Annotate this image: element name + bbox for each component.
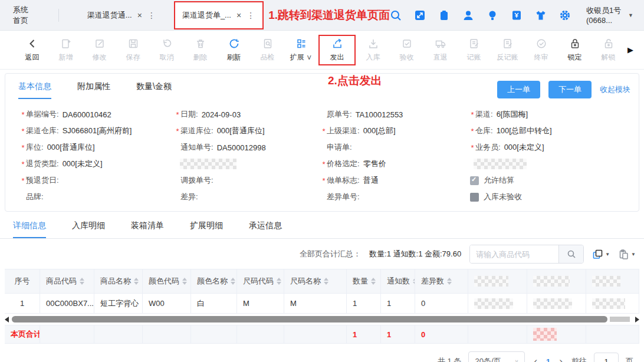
col-color-name[interactable]: 颜色名称 [191,269,237,293]
sort-icon[interactable] [134,278,139,285]
toolbar-quality-check-button[interactable]: 品检 [251,38,284,62]
scroll-right-icon[interactable] [635,317,639,322]
toolbar-extend-button[interactable]: 扩展 ∨ [284,38,318,62]
gear-icon[interactable] [559,9,571,21]
toolbar-lock-button[interactable]: 锁定 [558,38,592,62]
basic-info-form: *单据编号:DA600010462 *日期:2024-09-03 原单号:TA1… [5,99,639,206]
current-page[interactable]: 1 [546,357,550,362]
cell-product-code: 00C000BX7... [40,294,94,314]
tab-inbound-detail[interactable]: 入库明细 [72,221,105,238]
prev-order-button[interactable]: 上一单 [497,81,540,98]
tab-packing-list[interactable]: 装箱清单 [131,221,164,238]
tab-system-home[interactable]: 系统首页 [13,5,34,26]
sort-icon[interactable] [277,278,281,285]
page-total-row: 本页合计 1 1 0 [5,325,639,344]
sort-icon[interactable] [231,278,235,285]
user-menu[interactable]: 收银员1号(0668... ▼ [586,5,633,25]
more-icon[interactable]: ⋮ [147,11,156,20]
field-return-type: *退货类型:000[未定义] [21,156,175,172]
toolbar-edit-button[interactable]: 修改 [83,38,116,62]
top-icon-group [390,9,571,21]
toolbar-unlock-button[interactable]: 解锁 [592,38,625,62]
tab-quantity-amount[interactable]: 数量\金额 [136,81,172,99]
clipboard-icon[interactable] [438,9,450,21]
col-diff-count[interactable]: 差异数 [415,269,468,293]
user-icon[interactable] [462,9,474,21]
more-icon[interactable]: ⋮ [247,11,255,20]
inbound-unverified-checkbox[interactable] [470,193,479,202]
field-transfer-number: 调拨单号: [175,172,321,189]
prev-page-button[interactable]: ‹ [532,356,539,362]
next-order-button[interactable]: 下一单 [548,81,592,98]
sort-icon[interactable] [371,278,376,285]
field-brand: 品牌: [21,189,175,205]
unlock-icon [603,38,615,50]
close-icon[interactable]: × [236,11,241,20]
col-product-code[interactable]: 商品代码 [40,269,94,293]
col-quantity[interactable]: 数量 [347,269,381,293]
toolbar-cancel-button[interactable]: 取消 [150,38,183,62]
cell-seq: 1 [5,294,40,314]
tab-detail-info[interactable]: 详细信息 [13,221,46,238]
toolbar-new-button[interactable]: 新增 [49,38,83,62]
module-controls: 上一单 下一单 收起模块 [497,81,630,98]
toolbar-delete-button[interactable]: 删除 [183,38,217,62]
tab-channel-return-notice[interactable]: 渠道退货通... × ⋮ [80,0,163,31]
goto-page-input[interactable] [594,353,619,362]
toolbar-accept-button[interactable]: 验收 [390,38,423,62]
table-row[interactable]: 1 00C000BX7... 短工字背心 W00 白 M M 1 1 0 [5,294,639,314]
redacted-blur [533,298,572,309]
tab-label: 渠道退货单_... [182,10,231,21]
total-redacted [527,325,586,343]
col-product-name[interactable]: 商品名称 [94,269,143,293]
col-color-code[interactable]: 颜色代码 [143,269,191,293]
tab-extra-attributes[interactable]: 附加属性 [77,81,110,99]
fullscreen-icon[interactable] [414,9,426,21]
allow-settlement-checkbox[interactable] [470,176,479,185]
tab-basic-info[interactable]: 基本信息 [18,81,51,99]
sort-icon[interactable] [80,278,84,285]
next-page-button[interactable]: › [557,356,564,362]
sort-icon[interactable] [324,278,328,285]
toolbar-account-button[interactable]: 记账 [457,38,491,62]
chevron-down-icon: ▼ [628,12,633,18]
tab-extend-detail[interactable]: 扩展明细 [190,221,223,238]
close-icon[interactable]: × [137,11,142,20]
col-notify-count[interactable]: 通知数 [381,269,415,293]
tab-carrier-info[interactable]: 承运信息 [249,221,282,238]
copy-menu[interactable]: ▼ [592,249,610,260]
sort-icon[interactable] [182,278,187,285]
col-size-code[interactable]: 尺码代码 [237,269,284,293]
scroll-left-icon[interactable] [5,317,9,322]
horizontal-scrollbar [5,315,639,324]
lock-icon [569,38,581,50]
toolbar-reverse-account-button[interactable]: 反记账 [491,38,524,62]
toolbar-save-button[interactable]: 保存 [116,38,150,62]
col-seq: 序号 [5,269,40,293]
total-quantity: 1 [347,325,381,343]
search-icon [567,249,576,259]
collapse-module-link[interactable]: 收起模块 [600,84,630,95]
search-icon[interactable] [390,9,402,21]
search-button[interactable] [558,245,583,263]
field-salesperson: *业务员:000[未定义] [470,139,639,156]
toolbar-inbound-button[interactable]: 入库 [356,38,390,62]
bulb-icon[interactable] [487,9,498,21]
page-size-select[interactable]: 20条/页 ∨ [468,351,525,362]
col-redacted [468,269,527,293]
toolbar-send-button[interactable]: 发出 [320,38,354,62]
new-doc-icon [60,38,72,50]
paste-menu[interactable]: ▼ [618,249,636,260]
shirt-icon[interactable] [535,9,547,21]
sort-icon[interactable] [447,278,452,285]
toolbar-more-arrow[interactable]: ▶ [627,45,633,54]
product-code-input[interactable] [470,245,558,263]
scrollbar-thumb[interactable] [12,316,607,322]
toolbar-back-button[interactable]: 返回 [15,38,49,62]
toolbar-final-review-button[interactable]: 终审 [524,38,558,62]
toolbar-refresh-button[interactable]: 刷新 [217,38,251,62]
cashbook-icon[interactable] [511,9,523,21]
tab-channel-return-order[interactable]: 渠道退货单_... × ⋮ [174,1,264,29]
toolbar-direct-return-button[interactable]: 直退 [423,38,457,62]
col-size-name[interactable]: 尺码名称 [284,269,347,293]
